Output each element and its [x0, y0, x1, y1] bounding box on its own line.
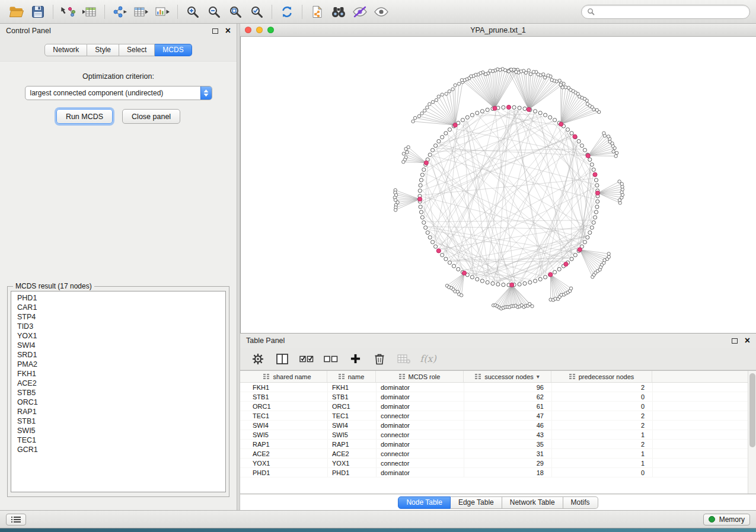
- application-window: Control Panel × NetworkStyleSelectMCDS O…: [0, 0, 756, 528]
- table-row[interactable]: SWI4SWI4dominator462: [240, 421, 748, 430]
- result-node-item[interactable]: ACE2: [11, 379, 225, 388]
- control-panel-tabs: NetworkStyleSelectMCDS: [0, 38, 237, 61]
- table-row[interactable]: SWI5SWI5connector431: [240, 430, 748, 440]
- control-panel-header: Control Panel ×: [0, 24, 237, 38]
- result-node-item[interactable]: STB5: [11, 388, 225, 398]
- result-node-item[interactable]: SRD1: [11, 350, 225, 360]
- window-minimize-button[interactable]: [256, 27, 263, 33]
- result-node-item[interactable]: PHD1: [11, 293, 225, 303]
- zoom-selected-button[interactable]: [246, 2, 267, 21]
- table-scrollbar[interactable]: [748, 371, 756, 493]
- scrollbar-thumb[interactable]: [749, 373, 755, 447]
- column-header-predecessor-nodes[interactable]: predecessor nodes: [551, 371, 652, 382]
- tab-mcds[interactable]: MCDS: [155, 44, 192, 56]
- result-node-item[interactable]: TEC1: [11, 435, 225, 445]
- window-close-button[interactable]: [245, 27, 251, 33]
- selected-criterion: largest connected component (undirected): [25, 89, 200, 97]
- table-row[interactable]: ACE2ACE2connector311: [240, 449, 748, 459]
- export-image-button[interactable]: [152, 2, 173, 21]
- float-table-panel-icon[interactable]: [732, 338, 738, 344]
- import-table-button[interactable]: [79, 2, 100, 21]
- cell-shared-name: ACE2: [248, 449, 328, 458]
- open-file-button[interactable]: [6, 2, 27, 21]
- run-mcds-button[interactable]: Run MCDS: [56, 109, 113, 124]
- memory-button[interactable]: Memory: [703, 514, 750, 525]
- add-column-button[interactable]: [347, 351, 363, 367]
- window-maximize-button[interactable]: [267, 27, 274, 33]
- import-network-button[interactable]: [58, 2, 79, 21]
- search-input[interactable]: [598, 8, 744, 16]
- cell-predecessor-nodes: 2: [552, 440, 653, 448]
- result-node-item[interactable]: CAR1: [11, 303, 225, 312]
- close-panel-button[interactable]: Close panel: [122, 109, 180, 124]
- cell-name: YOX1: [328, 459, 377, 467]
- export-network-button[interactable]: [109, 2, 130, 21]
- save-icon: [31, 5, 44, 18]
- memory-status-icon: [709, 516, 715, 523]
- toolbar-separator: [53, 5, 53, 19]
- select-all-button[interactable]: [298, 351, 315, 367]
- result-node-item[interactable]: YOX1: [11, 331, 225, 341]
- tab-edge-table[interactable]: Edge Table: [451, 496, 502, 509]
- float-panel-icon[interactable]: [212, 28, 218, 34]
- table-row[interactable]: RAP1RAP1dominator352: [240, 440, 748, 449]
- table-row[interactable]: ORC1ORC1dominator610: [240, 402, 748, 411]
- cell-predecessor-nodes: 0: [552, 392, 653, 401]
- column-header-MCDS-role[interactable]: MCDS role: [376, 371, 464, 382]
- result-node-item[interactable]: FKH1: [11, 369, 225, 379]
- zoom-in-icon: [186, 5, 199, 18]
- zoom-out-button[interactable]: [203, 2, 225, 21]
- column-header-shared-name[interactable]: shared name: [248, 371, 327, 382]
- share-document-button[interactable]: [307, 2, 328, 21]
- tab-motifs[interactable]: Motifs: [563, 496, 598, 509]
- open-folder-icon: [9, 5, 24, 18]
- result-node-item[interactable]: ORC1: [11, 398, 225, 407]
- result-node-item[interactable]: STB1: [11, 416, 225, 426]
- result-node-item[interactable]: RAP1: [11, 407, 225, 416]
- result-node-item[interactable]: SWI4: [11, 341, 225, 350]
- table-row[interactable]: FKH1FKH1dominator962: [240, 383, 748, 392]
- network-canvas[interactable]: [240, 37, 756, 333]
- table-settings-button[interactable]: [250, 351, 266, 367]
- table-row[interactable]: PHD1PHD1dominator180: [240, 468, 748, 477]
- show-graphics-button[interactable]: [371, 2, 392, 21]
- column-header-successor-nodes[interactable]: successor nodes▾: [464, 371, 551, 382]
- export-table-button[interactable]: [130, 2, 152, 21]
- result-node-item[interactable]: GCR1: [11, 445, 225, 454]
- result-node-item[interactable]: STP4: [11, 312, 225, 322]
- network-window-titlebar[interactable]: YPA_prune.txt_1: [240, 24, 756, 37]
- cell-shared-name: SWI4: [248, 421, 328, 430]
- zoom-fit-button[interactable]: [225, 2, 246, 21]
- table-row[interactable]: STB1STB1dominator620: [240, 392, 748, 402]
- tab-style[interactable]: Style: [87, 44, 119, 56]
- table-row[interactable]: TEC1TEC1connector472: [240, 411, 748, 421]
- zoom-in-button[interactable]: [182, 2, 203, 21]
- save-session-button[interactable]: [27, 2, 49, 21]
- cell-predecessor-nodes: 2: [552, 421, 653, 430]
- tab-network[interactable]: Network: [44, 44, 87, 56]
- delete-column-button[interactable]: [371, 351, 388, 367]
- result-node-item[interactable]: TID3: [11, 322, 225, 331]
- optimization-criterion-select[interactable]: largest connected component (undirected): [25, 86, 212, 100]
- tab-network-table[interactable]: Network Table: [502, 496, 563, 509]
- cell-MCDS-role: dominator: [377, 402, 464, 411]
- close-table-panel-icon[interactable]: ×: [745, 336, 750, 345]
- tab-select[interactable]: Select: [119, 44, 155, 56]
- column-header-name[interactable]: name: [327, 371, 376, 382]
- column-browser-button[interactable]: [274, 351, 291, 367]
- status-menu-button[interactable]: [6, 514, 26, 525]
- deselect-all-button[interactable]: [323, 351, 339, 367]
- cell-shared-name: ORC1: [248, 402, 328, 411]
- search-box[interactable]: [581, 5, 750, 19]
- hide-graphics-button[interactable]: [349, 2, 371, 21]
- apply-layout-button[interactable]: [276, 2, 298, 21]
- tab-node-table[interactable]: Node Table: [398, 496, 451, 509]
- cell-successor-nodes: 62: [464, 392, 552, 401]
- mcds-result-list[interactable]: PHD1CAR1STP4TID3YOX1SWI4SRD1PMA2FKH1ACE2…: [11, 291, 226, 492]
- network-window: YPA_prune.txt_1: [240, 24, 756, 333]
- result-node-item[interactable]: PMA2: [11, 360, 225, 369]
- table-row[interactable]: YOX1YOX1connector291: [240, 459, 748, 468]
- result-node-item[interactable]: SWI5: [11, 426, 225, 435]
- search-network-button[interactable]: [328, 2, 349, 21]
- close-panel-icon[interactable]: ×: [225, 26, 231, 36]
